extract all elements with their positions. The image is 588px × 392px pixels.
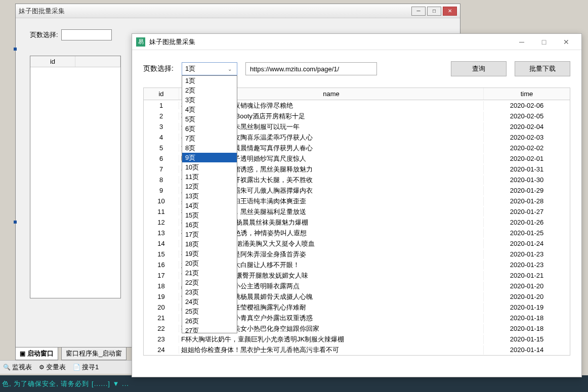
runtime-title: 妹子图批量采集 — [149, 37, 511, 47]
runtime-titlebar: 易 妹子图批量采集 ─ □ ✕ — [132, 34, 581, 50]
cell-time: 2020-02-02 — [484, 144, 570, 152]
cell-time: 2020-01-20 — [484, 282, 570, 290]
status-watch[interactable]: 🔍监视表 — [3, 363, 32, 372]
cell-id: 9 — [144, 187, 179, 194]
dropdown-option[interactable]: 21页 — [182, 268, 237, 278]
status-bar: 🔍监视表 ⚙变量表 📄搜寻1 — [0, 360, 142, 374]
query-button[interactable]: 查询 — [451, 61, 507, 76]
dropdown-option[interactable]: 18页 — [182, 239, 237, 249]
cell-id: 19 — [144, 293, 179, 300]
dropdown-option[interactable]: 25页 — [182, 307, 237, 316]
minimize-button[interactable]: ─ — [511, 35, 533, 49]
dropdown-option[interactable]: 1页 — [182, 76, 237, 85]
close-button[interactable]: ✕ — [443, 7, 457, 16]
cell-id: 11 — [144, 208, 179, 215]
cell-id: 10 — [144, 197, 179, 205]
cell-id: 20 — [144, 303, 179, 311]
dropdown-option[interactable]: 13页 — [182, 191, 237, 201]
window-icon: ▣ — [20, 350, 25, 357]
cell-name: 姐姐给你检查身体！黑衣护士朱可儿香艳高污非看不可 — [179, 345, 484, 355]
cell-time: 2020-01-29 — [484, 187, 570, 194]
cell-id: 16 — [144, 261, 179, 269]
dropdown-option[interactable]: 11页 — [182, 172, 237, 182]
dropdown-option[interactable]: 10页 — [182, 162, 237, 172]
dropdown-option[interactable]: 15页 — [182, 210, 237, 220]
app-icon: 易 — [136, 37, 145, 47]
close-button[interactable]: ✕ — [555, 35, 577, 49]
designer-table[interactable]: id — [30, 56, 121, 298]
page-dropdown-list[interactable]: 1页2页3页4页5页6页7页8页9页10页11页12页13页14页15页16页1… — [182, 75, 237, 333]
cell-time: 2020-01-21 — [484, 272, 570, 279]
cell-time: 2020-01-25 — [484, 229, 570, 237]
runtime-window: 易 妹子图批量采集 ─ □ ✕ 页数选择: 1页 ⌄ 1页2页3页4页5页6页7… — [132, 33, 582, 377]
cell-time: 2020-01-31 — [484, 165, 570, 173]
controls-row: 页数选择: 1页 ⌄ 1页2页3页4页5页6页7页8页9页10页11页12页13… — [143, 61, 570, 76]
cell-id: 6 — [144, 155, 179, 162]
dropdown-option[interactable]: 14页 — [182, 201, 237, 210]
search-icon: 📄 — [73, 364, 80, 371]
cell-time: 2020-01-30 — [484, 176, 570, 184]
dropdown-option[interactable]: 26页 — [182, 316, 237, 326]
maximize-button[interactable]: □ — [427, 7, 441, 16]
cell-id: 15 — [144, 250, 179, 258]
dropdown-option[interactable]: 6页 — [182, 124, 237, 134]
cell-time: 2020-01-28 — [484, 197, 570, 205]
status-search[interactable]: 📄搜寻1 — [73, 363, 99, 372]
dropdown-option[interactable]: 16页 — [182, 220, 237, 230]
dropdown-option[interactable]: 7页 — [182, 134, 237, 143]
tab-startup-window[interactable]: ▣启动窗口 — [15, 347, 58, 360]
cell-id: 24 — [144, 346, 179, 354]
selection-marker — [14, 48, 17, 51]
designer-title: 妹子图批量采集 — [19, 7, 411, 16]
dropdown-option[interactable]: 20页 — [182, 258, 237, 268]
dropdown-option[interactable]: 19页 — [182, 249, 237, 258]
dropdown-option[interactable]: 27页 — [182, 326, 237, 333]
cell-id: 3 — [144, 123, 179, 130]
dropdown-option[interactable]: 5页 — [182, 114, 237, 124]
dropdown-option[interactable]: 3页 — [182, 95, 237, 105]
bottom-banner: 色, 为了确保安全, 请务必到 [......] ▼ ... — [0, 375, 588, 392]
designer-table-header: id — [30, 56, 120, 67]
cell-time: 2020-01-27 — [484, 208, 570, 215]
dropdown-option[interactable]: 2页 — [182, 85, 237, 95]
cell-time: 2020-01-26 — [484, 219, 570, 226]
cell-time: 2020-01-19 — [484, 303, 570, 311]
designer-textbox[interactable] — [61, 29, 112, 40]
cell-id: 21 — [144, 314, 179, 322]
dropdown-option[interactable]: 17页 — [182, 230, 237, 239]
cell-name: F杯大胸堪比奶牛，童颜巨乳小尤奈透明JK制服火辣爆棚 — [179, 335, 484, 344]
table-row[interactable]: 24姐姐给你检查身体！黑衣护士朱可儿香艳高污非看不可2020-01-14 — [144, 344, 570, 355]
cell-id: 4 — [144, 134, 179, 141]
download-button[interactable]: 批量下载 — [515, 61, 570, 76]
maximize-button[interactable]: □ — [533, 35, 555, 49]
page-select[interactable]: 1页 ⌄ — [182, 62, 237, 75]
dropdown-option[interactable]: 22页 — [182, 278, 237, 287]
designer-window-buttons: ─ □ ✕ — [411, 7, 457, 16]
cell-id: 14 — [144, 240, 179, 247]
cell-id: 22 — [144, 325, 179, 332]
cell-id: 7 — [144, 165, 179, 173]
dropdown-option[interactable]: 4页 — [182, 105, 237, 114]
dropdown-option[interactable]: 8页 — [182, 143, 237, 153]
cell-time: 2020-02-05 — [484, 112, 570, 120]
minimize-button[interactable]: ─ — [411, 7, 426, 16]
cell-time: 2020-01-18 — [484, 314, 570, 322]
var-icon: ⚙ — [39, 364, 45, 371]
dropdown-option[interactable]: 24页 — [182, 297, 237, 307]
th-id[interactable]: id — [144, 88, 179, 100]
dropdown-option[interactable]: 23页 — [182, 287, 237, 297]
dropdown-option[interactable]: 12页 — [182, 182, 237, 191]
table-row[interactable]: 23F杯大胸堪比奶牛，童颜巨乳小尤奈透明JK制服火辣爆棚2020-01-15 — [144, 334, 570, 344]
dropdown-option[interactable]: 9页 — [182, 153, 237, 162]
designer-th-id: id — [30, 56, 75, 67]
page-select-wrap: 1页 ⌄ 1页2页3页4页5页6页7页8页9页10页11页12页13页14页15… — [182, 62, 237, 75]
url-input[interactable]: https://www.mzitu.com/page/1/ — [245, 62, 377, 75]
th-time[interactable]: time — [484, 88, 570, 100]
cell-time: 2020-01-18 — [484, 325, 570, 332]
status-var[interactable]: ⚙变量表 — [39, 363, 66, 372]
tab-window-assembly[interactable]: 窗口程序集_启动窗 — [61, 347, 127, 360]
cell-time: 2020-01-14 — [484, 346, 570, 354]
cell-id: 18 — [144, 282, 179, 290]
cell-time: 2020-01-23 — [484, 261, 570, 269]
cell-time: 2020-01-20 — [484, 293, 570, 300]
